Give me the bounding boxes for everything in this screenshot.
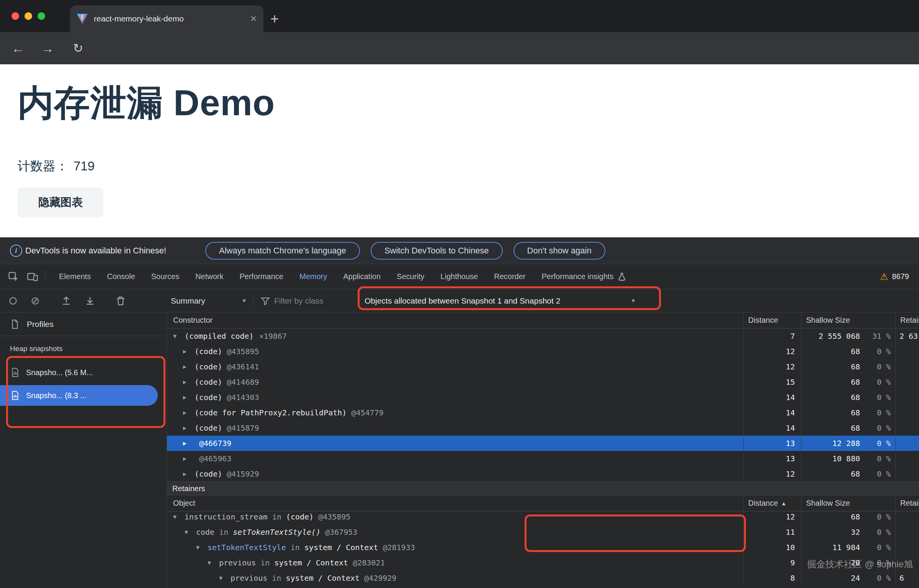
distance-cell: 14 (743, 390, 801, 405)
retained-size-column-header[interactable]: Retained Size (895, 312, 919, 328)
shallow-cell: 680 % (801, 390, 895, 405)
collect-garbage-icon[interactable] (115, 295, 126, 307)
retainer-keyword: in (219, 528, 228, 537)
tree-toggle-icon[interactable]: ▶ (183, 455, 195, 462)
tab-close-icon[interactable]: × (250, 13, 257, 24)
shallow-percent: 0 % (860, 347, 895, 356)
devtools-panel: i DevTools is now available in Chinese! … (0, 237, 919, 588)
constructor-row[interactable]: ▶(code for PathProxy2.rebuildPath)@45477… (167, 405, 919, 420)
issues-badge[interactable]: ⚠ 8679 (880, 271, 909, 282)
heap-snapshot-item[interactable]: Snapsho... (8.3 ... (0, 385, 158, 406)
tree-toggle-icon[interactable]: ▶ (183, 379, 195, 385)
retainers-distance-column-header[interactable]: Distance ▲ (743, 495, 801, 511)
retained-cell (895, 436, 919, 451)
device-toolbar-icon[interactable] (27, 271, 38, 283)
shallow-value: 68 (801, 423, 860, 433)
banner-button[interactable]: Switch DevTools to Chinese (371, 242, 503, 260)
browser-tab[interactable]: react-memory-leak-demo × (70, 5, 263, 32)
constructor-row[interactable]: ▶(code)@41430314680 % (167, 390, 919, 405)
devtools-tab-security[interactable]: Security (389, 264, 432, 289)
retainers-retained-column-header[interactable]: Retained Size (895, 495, 919, 511)
constructor-column-header[interactable]: Constructor (167, 312, 743, 328)
tree-toggle-icon[interactable]: ▶ (183, 363, 195, 370)
shallow-value: 32 (801, 528, 860, 537)
retainer-row[interactable]: ▼setTokenTextStyleinsystem / Context@281… (167, 540, 919, 555)
clear-profiles-icon[interactable]: ⊘ (31, 296, 39, 306)
object-name: (code) (195, 347, 222, 356)
reload-button[interactable]: ↻ (70, 32, 87, 64)
devtools-tab-performance[interactable]: Performance (232, 264, 292, 289)
constructor-row[interactable]: ▶@4659631310 8800 % (167, 451, 919, 466)
tree-toggle-icon[interactable]: ▶ (183, 470, 195, 477)
tree-toggle-icon[interactable]: ▶ (183, 348, 195, 355)
distance-column-header[interactable]: Distance (743, 312, 801, 328)
object-address: @435895 (318, 512, 350, 521)
tree-toggle-icon[interactable]: ▼ (219, 575, 231, 581)
new-tab-button[interactable]: + (270, 8, 279, 29)
retainer-row[interactable]: ▼previousinsystem / Context@2830219200 % (167, 555, 919, 570)
class-filter-input[interactable] (274, 296, 366, 305)
hide-chart-button[interactable]: 隐藏图表 (18, 188, 103, 217)
retainer-target: (code) (286, 512, 314, 521)
allocation-range-select[interactable]: Objects allocated between Snapshot 1 and… (365, 296, 635, 305)
constructor-row[interactable]: ▶(code)@41468915680 % (167, 374, 919, 390)
devtools-tab-elements[interactable]: Elements (51, 264, 99, 289)
perspective-select[interactable]: Summary ▾ (171, 296, 246, 305)
shallow-percent: 0 % (860, 362, 895, 371)
tree-toggle-icon[interactable]: ▶ (183, 394, 195, 401)
back-button[interactable]: ← (10, 32, 26, 64)
tree-toggle-icon[interactable]: ▼ (208, 559, 219, 566)
retainers-shallow-column-header[interactable]: Shallow Size (801, 495, 895, 511)
object-address: @281933 (383, 543, 415, 552)
devtools-tab-sources[interactable]: Sources (143, 264, 187, 289)
constructor-table-header: Constructor Distance Shallow Size Retain… (167, 312, 919, 328)
tree-toggle-icon[interactable]: ▶ (183, 425, 195, 431)
retainer-row[interactable]: ▼instruction_streamin(code)@43589512680 … (167, 509, 919, 524)
retained-cell: 6 (895, 570, 919, 586)
counter-label: 计数器： (18, 159, 68, 173)
constructor-row[interactable]: ▶(code)@41592912680 % (167, 466, 919, 482)
constructor-cell: ▶(code)@435895 (167, 344, 743, 359)
devtools-tab-performance-insights[interactable]: Performance insights (533, 264, 634, 289)
tree-toggle-icon[interactable]: ▼ (173, 513, 185, 520)
inspect-element-icon[interactable] (8, 271, 19, 283)
tree-toggle-icon[interactable]: ▶ (183, 440, 195, 447)
record-heap-snapshot-icon[interactable] (9, 297, 17, 305)
devtools-tab-memory[interactable]: Memory (291, 264, 335, 289)
devtools-tab-network[interactable]: Network (187, 264, 231, 289)
distance-cell: 14 (743, 405, 801, 420)
tree-toggle-icon[interactable]: ▼ (185, 529, 196, 536)
shallow-size-column-header[interactable]: Shallow Size (801, 312, 895, 328)
shallow-percent: 0 % (860, 423, 895, 433)
zoom-window-button[interactable] (38, 12, 45, 20)
banner-button[interactable]: Always match Chrome's language (205, 242, 360, 260)
constructor-row[interactable]: ▶@4667391312 2880 % (167, 436, 919, 451)
constructor-row[interactable]: ▶(code)@41587914680 % (167, 420, 919, 436)
shallow-percent: 0 % (860, 573, 895, 583)
forward-button[interactable]: → (39, 32, 56, 64)
sidebar-item-profiles[interactable]: Profiles (0, 312, 167, 336)
retainer-row[interactable]: ▼previousinsystem / Context@4299298240 %… (167, 570, 919, 586)
shallow-percent: 0 % (860, 439, 895, 448)
save-profile-icon[interactable] (84, 295, 96, 307)
devtools-tab-recorder[interactable]: Recorder (486, 264, 533, 289)
devtools-tab-lighthouse[interactable]: Lighthouse (432, 264, 486, 289)
tree-toggle-icon[interactable]: ▼ (173, 333, 185, 340)
tree-toggle-icon[interactable]: ▶ (183, 409, 195, 416)
object-column-header[interactable]: Object (167, 495, 743, 511)
minimize-window-button[interactable] (25, 12, 32, 20)
tree-toggle-icon[interactable]: ▼ (196, 544, 208, 551)
load-profile-icon[interactable] (61, 295, 72, 307)
banner-actions: Always match Chrome's languageSwitch Dev… (205, 242, 605, 260)
object-address: @429929 (364, 573, 396, 583)
browser-nav-bar: ← → ↻ i localhost:5173 文 ☆ 无 (0, 32, 919, 64)
constructor-row[interactable]: ▼(compiled code)×1986772 555 06831 %2 63 (167, 328, 919, 344)
devtools-tab-console[interactable]: Console (99, 264, 143, 289)
close-window-button[interactable] (11, 12, 19, 20)
heap-snapshot-item[interactable]: Snapsho... (5.6 M... (0, 362, 158, 383)
devtools-tab-application[interactable]: Application (335, 264, 389, 289)
constructor-row[interactable]: ▶(code)@43589512680 % (167, 344, 919, 359)
retainer-row[interactable]: ▼codeinsetTokenTextStyle()@36795311320 % (167, 524, 919, 540)
banner-button[interactable]: Don't show again (513, 242, 605, 260)
constructor-row[interactable]: ▶(code)@43614112680 % (167, 359, 919, 374)
